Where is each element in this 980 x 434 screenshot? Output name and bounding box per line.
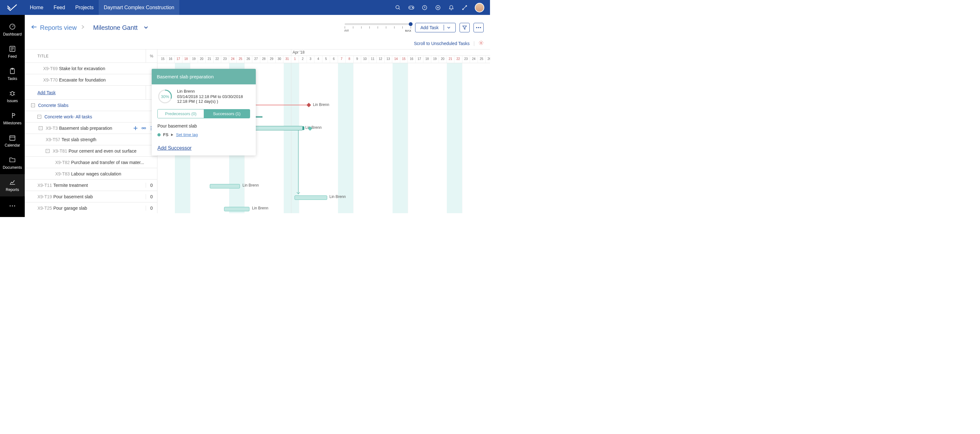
col-pct: % [146, 49, 157, 62]
task-row[interactable]: X9-T83 Labour wages calculation [25, 168, 157, 180]
sidebar-calendar[interactable]: Calendar [0, 130, 25, 152]
sidebar-reports[interactable]: Reports [0, 174, 25, 196]
breadcrumb-view[interactable]: Reports view [40, 24, 77, 32]
task-row[interactable]: X9-T19 Pour basement slab0 [25, 191, 157, 202]
successor-item[interactable]: Pour basement slab [158, 123, 250, 129]
svg-point-40 [151, 126, 152, 127]
dependency-arrow [298, 130, 305, 198]
task-group-row[interactable]: −Concrete work- All tasks [25, 111, 157, 122]
svg-point-42 [151, 127, 152, 129]
tab-predecessors[interactable]: Predecessors (0) [158, 110, 204, 118]
add-task-row[interactable]: Add Task [25, 86, 157, 100]
day-cell: 23 [221, 56, 229, 63]
sidebar-label: Issues [7, 99, 18, 103]
status-dot-icon [158, 133, 161, 137]
day-cell: 20 [439, 56, 447, 63]
task-group-row[interactable]: −X9-T81 Pour cement and even out surface [25, 145, 157, 157]
settings-gear-icon[interactable] [479, 40, 484, 47]
slider-track[interactable] [345, 23, 411, 25]
slider-labels: FITMAX [345, 29, 411, 32]
svg-point-30 [14, 205, 15, 207]
task-row[interactable]: X9-T57 Test slab strength [25, 134, 157, 145]
dep-type-label: FS [163, 132, 169, 137]
search-icon[interactable] [395, 5, 401, 11]
back-arrow-icon[interactable] [31, 25, 37, 30]
toolbar-right: ||||||||| FITMAX Add Task [345, 23, 484, 32]
bar-label: Lin Brenn [252, 206, 268, 210]
task-row[interactable]: X9-T25 Pour garage slab0 [25, 202, 157, 213]
popover-meta: Lin Brenn 03/14/2018 12:18 PM to 03/30/2… [177, 89, 250, 104]
day-cell: 26 [245, 56, 253, 63]
milestone-marker[interactable] [307, 103, 311, 107]
task-row[interactable]: X9-T11 Termite treatment0 [25, 180, 157, 191]
more-options-button[interactable] [474, 23, 484, 32]
user-avatar[interactable] [475, 3, 484, 13]
sidebar: Dashboard Feed Tasks Issues Milestones C… [0, 15, 25, 217]
task-row[interactable]: X9-T69 Stake lot for excavation [25, 63, 157, 74]
add-task-button[interactable]: Add Task [415, 23, 456, 32]
sidebar-documents[interactable]: Documents [0, 152, 25, 174]
sidebar-feed[interactable]: Feed [0, 41, 25, 63]
app-logo[interactable] [6, 3, 18, 13]
day-cell: 15 [400, 56, 408, 63]
svg-point-33 [480, 27, 481, 28]
date-range: 03/14/2018 12:18 PM to 03/30/2018 12:18 … [177, 94, 250, 104]
sidebar-issues[interactable]: Issues [0, 85, 25, 108]
more-icon [9, 202, 16, 209]
nav-project-current[interactable]: Daymart Complex Construction [99, 0, 179, 15]
svg-line-23 [10, 95, 11, 95]
folder-icon [9, 156, 16, 164]
task-group-row[interactable]: −Concrete Slabs [25, 100, 157, 111]
gamepad-icon[interactable] [408, 5, 414, 11]
scroll-unscheduled-link[interactable]: Scroll to Unscheduled Tasks [414, 41, 470, 46]
tab-successors[interactable]: Successors (1) [204, 110, 250, 118]
main: Reports view Milestone Gantt ||||||||| F… [25, 15, 490, 217]
sidebar-label: Documents [3, 165, 22, 170]
day-cell: 17 [175, 56, 183, 63]
add-successor-link[interactable]: Add Successor [158, 145, 250, 151]
nav-feed[interactable]: Feed [49, 0, 70, 15]
day-cell: 19 [190, 56, 198, 63]
add-subtask-icon[interactable] [133, 126, 138, 131]
link-dependency-icon[interactable] [141, 126, 146, 131]
filter-button[interactable] [460, 23, 470, 32]
day-cell: 24 [470, 56, 478, 63]
tools-icon[interactable] [461, 5, 468, 11]
slider-thumb[interactable] [409, 22, 412, 26]
day-cell: 21 [206, 56, 213, 63]
sidebar-milestones[interactable]: Milestones [0, 108, 25, 130]
day-cell: 6 [330, 56, 338, 63]
task-bar[interactable] [210, 184, 240, 188]
day-cell: 21 [447, 56, 455, 63]
task-row[interactable]: X9-T82 Purchase and transfer of raw mate… [25, 157, 157, 168]
svg-point-31 [476, 27, 477, 28]
task-row[interactable]: X9-T70 Excavate for foundation [25, 74, 157, 86]
collapse-icon[interactable]: − [31, 103, 35, 107]
chevron-right-icon [81, 25, 84, 30]
month-label: Apr '18 [293, 50, 305, 54]
bug-icon [9, 90, 16, 97]
plus-circle-icon[interactable] [435, 5, 441, 11]
task-bar[interactable] [224, 207, 250, 211]
day-cell: 16 [167, 56, 175, 63]
task-row-selected[interactable]: −X9-T3 Basement slab preparation [25, 122, 157, 134]
bell-icon[interactable] [448, 5, 455, 11]
nav-projects[interactable]: Projects [70, 0, 99, 15]
collapse-icon[interactable]: − [46, 149, 49, 153]
report-type-dropdown[interactable]: Milestone Gantt [93, 24, 148, 32]
set-time-lag-link[interactable]: Set time lag [176, 132, 198, 137]
collapse-icon[interactable]: − [37, 115, 41, 119]
nav-home[interactable]: Home [25, 0, 49, 15]
dropdown-label: Milestone Gantt [93, 24, 138, 32]
sidebar-tasks[interactable]: Tasks [0, 63, 25, 85]
zoom-slider[interactable]: ||||||||| FITMAX [345, 23, 411, 32]
day-cell: 4 [315, 56, 323, 63]
sidebar-label: Feed [8, 54, 16, 59]
sidebar-dashboard[interactable]: Dashboard [0, 19, 25, 41]
sidebar-more[interactable] [0, 198, 25, 214]
day-cell: 11 [369, 56, 377, 63]
clock-icon[interactable] [422, 5, 428, 11]
day-cell: 2 [299, 56, 307, 63]
collapse-icon[interactable]: − [39, 126, 43, 130]
sidebar-label: Milestones [3, 121, 21, 125]
